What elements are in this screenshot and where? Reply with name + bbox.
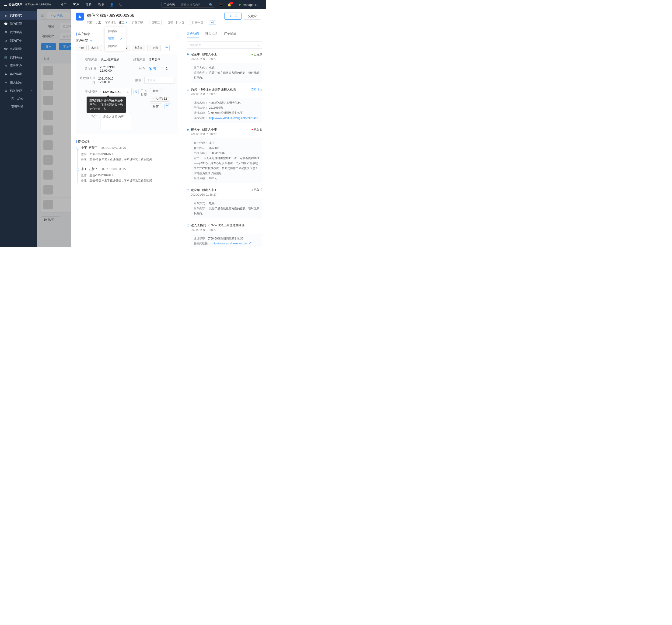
section-info: 客户信息 [76, 32, 177, 36]
drawer-title: 微信名称6789990000966 [87, 12, 221, 18]
customer-drawer: ♟ 微信名称6789990000966 昵称：小王 客户经理：张三 ▲ 师馨薇 … [71, 9, 266, 247]
friend-source-value: 名片分享 [149, 57, 161, 61]
last-chat-value: 2021/09/10 12:00:00 [98, 77, 122, 84]
remark-textarea[interactable] [101, 113, 131, 130]
activity-item: 进入直播间759-59班第三期理财直播课 2021/01/30 01:38:27… [191, 223, 262, 247]
sidebar-item-friends[interactable]: ☺我的好友 [0, 11, 37, 20]
edit-tags-icon[interactable]: ✎ [90, 39, 92, 43]
personal-tag[interactable]: 标签1 [150, 88, 162, 94]
order-button[interactable]: 代下单 [224, 12, 241, 20]
radio-female[interactable]: 女 [161, 67, 168, 71]
dd-item[interactable]: 俱保咏 [105, 43, 126, 50]
changelog-item: 小王 更新了2021/01/30 01:38:27 微信:空值-13672182… [81, 167, 177, 183]
logo: ☁ 云朵CRM 教育机构一站 式服务云平台 [4, 3, 51, 7]
sidebar-item-orders[interactable]: 🛍我的订单 [0, 36, 37, 45]
mobile-icon[interactable]: 📱 [219, 3, 223, 6]
manager-dropdown-trigger[interactable]: ▲ [125, 21, 128, 24]
top-search: 手机号码⌄ 🔍 [162, 2, 215, 8]
wechat-input[interactable]: 请输入 [144, 77, 175, 84]
group-pill[interactable]: 群聊六群 [190, 20, 205, 25]
deposit-button[interactable]: 交定金 [244, 12, 261, 20]
personal-tag[interactable]: 个人标签12 [150, 96, 169, 102]
activity-item: 定金单创建人小王已完成 2020/01/30 01:38:27 跟单方式：电话跟… [191, 52, 262, 83]
nav-customer[interactable]: 客户 [73, 3, 79, 7]
sidebar-item-students[interactable]: ⚗我的学员 [0, 28, 37, 36]
cust-tag[interactable]: 中意向 [147, 45, 161, 51]
smile-icon: ☺ [4, 14, 7, 17]
phone-tooltip: 查询到此手机号码在系统中已存在，可以将两条客户数据合并为一条 [87, 97, 126, 113]
group-more[interactable]: +4 [209, 21, 216, 25]
check-icon: ✓ [120, 37, 122, 41]
funnel-icon: ⚗ [4, 30, 7, 34]
top-nav: 推广 客户 质检 数据 [61, 3, 104, 7]
sidebar-item-lost[interactable]: ⎋流失客户 [0, 61, 37, 70]
activity-item: 购买4399理财课进阶课程大礼包查看详情 2021/01/30 01:38:27… [191, 88, 262, 123]
phone-input[interactable] [101, 88, 125, 95]
course-link[interactable]: http://www.yunduoketang.com/?123456 [209, 116, 258, 120]
search-input[interactable] [179, 2, 207, 7]
dd-item[interactable]: 张三✓ [105, 35, 126, 43]
dd-item[interactable]: 师馨薇 [105, 27, 126, 35]
cust-tag[interactable]: 高意向 [132, 45, 145, 51]
bell-icon[interactable]: 🔔5 [227, 3, 235, 6]
manager-dropdown: 师馨薇 张三✓ 俱保咏 [105, 27, 126, 51]
phone-icon[interactable]: 📞 [119, 3, 122, 6]
ptag-more[interactable]: +4 [164, 103, 171, 109]
source-value: 线上-北京昱新 [101, 57, 120, 61]
nav-promote[interactable]: 推广 [61, 3, 67, 7]
user-icon[interactable]: 👤 [110, 3, 114, 6]
wechat-icon: ♟ [76, 12, 84, 21]
search-type-select[interactable]: 手机号码⌄ [162, 2, 179, 7]
sidebar-item-delete[interactable]: ✂删人记录 [0, 78, 37, 87]
activity-item: 报名单创建人小王已失败 2021/01/30 01:38:27 客户经理：小王客… [191, 128, 262, 183]
exit-icon: ⎋ [4, 64, 7, 68]
search-icon[interactable]: 🔍 [207, 2, 215, 7]
cut-icon: ✂ [4, 81, 7, 84]
sidebar-item-groups[interactable]: 💬我的群聊 [0, 20, 37, 28]
activity-filter-select[interactable]: 全部动态⌄ [187, 42, 262, 49]
sidebar: ☺我的好友 💬我的群聊 ⚗我的学员 🛍我的订单 ☎电话记录 🛒我的商品 ⎋流失客… [0, 9, 37, 247]
user-menu[interactable]: manager11⌄ [239, 3, 262, 6]
sidebar-item-tags[interactable]: 🏷标签管理⌃ [0, 87, 37, 95]
rtab-orders[interactable]: 订单记录 [224, 30, 236, 38]
sidebar-sub-group-tags[interactable]: 群聊标签 [0, 103, 37, 110]
activity-item: 定金单创建人小王已取消 2020/01/30 01:38:27 跟单方式：电话跟… [191, 188, 262, 219]
bag-icon: 🛍 [4, 39, 7, 43]
changelog-item: 小王 更新了2021/01/30 01:38:27 微信:空值-13672182… [81, 146, 177, 162]
status-dot [239, 4, 241, 6]
phone-icon: ☎ [4, 47, 7, 51]
section-changes: 修改记录 [76, 139, 177, 144]
chat-icon: 💬 [4, 22, 7, 26]
nav-data[interactable]: 数据 [98, 3, 104, 7]
cust-tag[interactable]: 一般 [76, 45, 87, 51]
sidebar-item-inherit[interactable]: ⇋客户继承 [0, 70, 37, 78]
sidebar-item-goods[interactable]: 🛒我的商品 [0, 53, 37, 61]
chevron-up-icon: ⌃ [30, 90, 33, 92]
group-pill[interactable]: 群聊一群大群 [166, 20, 186, 25]
radio-male[interactable]: 男 [149, 67, 156, 71]
personal-tag[interactable]: 标签1 [150, 103, 162, 109]
phone-lookup-icon[interactable]: ⊞ [125, 88, 131, 95]
view-detail-link[interactable]: 查看详情 [251, 88, 262, 92]
nav-qc[interactable]: 质检 [86, 3, 92, 7]
sidebar-item-calls[interactable]: ☎电话记录 [0, 45, 37, 53]
cloud-icon: ☁ [4, 3, 7, 6]
top-bar: ☁ 云朵CRM 教育机构一站 式服务云平台 推广 客户 质检 数据 👤 📞 手机… [0, 0, 266, 9]
cart-icon: 🛒 [4, 56, 7, 59]
swap-icon: ⇋ [4, 73, 7, 76]
group-pill[interactable]: 群聊三 [149, 20, 162, 25]
tag-more[interactable]: +4 [163, 45, 170, 51]
phone-copy-icon[interactable]: ⧉ [134, 89, 139, 94]
tag-icon: 🏷 [4, 89, 7, 93]
cust-tag[interactable]: 高意向 [89, 45, 102, 51]
rtab-activity[interactable]: 客户动态 [187, 30, 199, 38]
sidebar-sub-cust-tags[interactable]: 客户标签 [0, 95, 37, 103]
rtab-chatlog[interactable]: 聊天记录 [205, 30, 217, 38]
add-time-value: 2021/09/10 12:00:00 [100, 65, 127, 72]
tags-label: 客户标签 [76, 39, 88, 43]
